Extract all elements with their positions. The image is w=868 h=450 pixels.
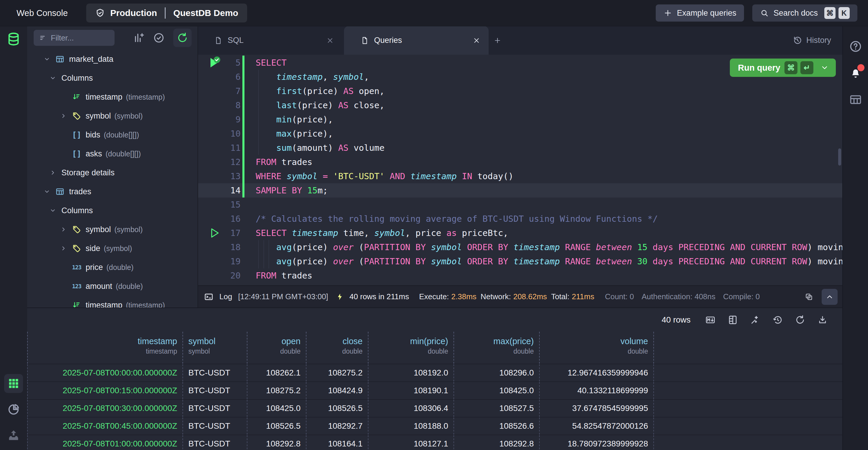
tree-item-timestamp[interactable]: timestamp(timestamp) <box>27 87 197 107</box>
code-line-8[interactable]: 8 last(price) AS close, <box>197 98 843 112</box>
code-line-16[interactable]: 16/* Calculates the rolling moving avera… <box>197 212 843 226</box>
cell-min-price-[interactable]: 108190.1 <box>368 382 454 399</box>
cell-max-price-[interactable]: 108425.0 <box>454 382 540 399</box>
tree-item-symbol[interactable]: symbol(symbol) <box>27 107 197 125</box>
code-line-13[interactable]: 13WHERE symbol = 'BTC-USDT' AND timestam… <box>197 169 843 183</box>
cell-timestamp[interactable]: 2025-07-08T00:30:00.000000Z <box>27 400 183 417</box>
code-line-12[interactable]: 12FROM trades <box>197 155 843 169</box>
tree-item-asks[interactable]: []asks(double[][]) <box>27 144 197 163</box>
cell-min-price-[interactable]: 108306.4 <box>368 400 454 417</box>
cell-open[interactable]: 108292.8 <box>247 435 306 450</box>
chevron-right-icon[interactable] <box>60 225 72 234</box>
cell-close[interactable]: 108526.5 <box>306 400 368 417</box>
cell-min-price-[interactable]: 108188.0 <box>368 418 454 434</box>
close-tab-icon[interactable] <box>326 37 334 44</box>
table-row[interactable]: 2025-07-08T00:30:00.000000ZBTC-USDT10842… <box>27 400 843 418</box>
tree-item-side[interactable]: side(symbol) <box>27 239 197 258</box>
tree-item-amount[interactable]: 123amount(double) <box>27 277 197 296</box>
cell-volume[interactable]: 54.82547872000126 <box>540 418 654 434</box>
cell-close[interactable]: 108164.1 <box>306 435 368 450</box>
table-row[interactable]: 2025-07-08T00:15:00.000000ZBTC-USDT10827… <box>27 382 843 400</box>
check-circle-button[interactable] <box>153 32 164 44</box>
code-line-15[interactable]: 15 <box>197 197 843 212</box>
code-line-19[interactable]: 19 avg(price) over (PARTITION BY symbol … <box>197 254 843 269</box>
filter-input[interactable]: Filter... <box>34 30 115 46</box>
chart-wizard-button[interactable] <box>750 315 760 325</box>
cell-symbol[interactable]: BTC-USDT <box>183 364 247 382</box>
chevron-right-icon[interactable] <box>60 244 72 253</box>
chevron-down-icon[interactable] <box>44 187 56 196</box>
column-header-symbol[interactable]: symbolsymbol <box>183 332 247 364</box>
tree-item-trades[interactable]: trades <box>27 182 197 201</box>
cell-open[interactable]: 108526.5 <box>247 418 306 434</box>
code-line-14[interactable]: 14SAMPLE BY 15m; <box>197 183 843 197</box>
code-area[interactable]: 5SELECT6 timestamp, symbol,7 first(price… <box>197 55 843 285</box>
column-header-open[interactable]: opendouble <box>247 332 306 364</box>
cell-timestamp[interactable]: 2025-07-08T00:15:00.000000Z <box>27 382 183 399</box>
collapse-up-button[interactable] <box>822 289 838 305</box>
cell-min-price-[interactable]: 108127.1 <box>368 435 454 450</box>
table-row[interactable]: 2025-07-08T00:45:00.000000ZBTC-USDT10852… <box>27 418 843 435</box>
new-tab-button[interactable] <box>489 26 506 55</box>
code-line-9[interactable]: 9 min(price), <box>197 112 843 126</box>
play-icon[interactable] <box>208 226 221 240</box>
cell-open[interactable]: 108262.1 <box>247 364 306 382</box>
cell-symbol[interactable]: BTC-USDT <box>183 400 247 417</box>
cell-symbol[interactable]: BTC-USDT <box>183 435 247 450</box>
table-row[interactable]: 2025-07-08T00:00:00.000000ZBTC-USDT10826… <box>27 364 843 382</box>
cell-max-price-[interactable]: 108526.6 <box>454 418 540 434</box>
chevron-down-icon[interactable] <box>50 74 61 83</box>
rail-item-notifications[interactable] <box>849 66 862 80</box>
column-header-min-price-[interactable]: min(price)double <box>368 332 454 364</box>
cell-symbol[interactable]: BTC-USDT <box>183 382 247 399</box>
cell-max-price-[interactable]: 108292.8 <box>454 435 540 450</box>
chevron-right-icon[interactable] <box>60 111 72 120</box>
code-line-7[interactable]: 7 first(price) AS open, <box>197 84 843 98</box>
history-button[interactable]: History <box>793 26 843 55</box>
cell-max-price-[interactable]: 108527.5 <box>454 400 540 417</box>
tree-item-symbol[interactable]: symbol(symbol) <box>27 220 197 239</box>
cell-volume[interactable]: 37.67478545999995 <box>540 400 654 417</box>
restore-button[interactable] <box>773 315 783 325</box>
chevron-down-icon[interactable] <box>50 206 61 215</box>
tab-sql[interactable]: SQL <box>197 26 342 55</box>
code-line-11[interactable]: 11 sum(amount) AS volume <box>197 141 843 155</box>
cell-timestamp[interactable]: 2025-07-08T00:00:00.000000Z <box>27 364 183 382</box>
refresh-button[interactable] <box>795 315 805 325</box>
editor-scrollbar[interactable] <box>838 148 841 166</box>
column-header-max-price-[interactable]: max(price)double <box>454 332 540 364</box>
cell-timestamp[interactable]: 2025-07-08T01:00:00.000000Z <box>27 435 183 450</box>
cell-max-price-[interactable]: 108296.0 <box>454 364 540 382</box>
rail-item-grid-view[interactable] <box>4 374 23 393</box>
copy-button[interactable] <box>801 289 817 305</box>
cell-volume[interactable]: 12.967416359999946 <box>540 364 654 382</box>
search-docs-button[interactable]: Search docs ⌘K <box>752 4 857 22</box>
cell-close[interactable]: 108292.7 <box>306 418 368 434</box>
chevron-down-icon[interactable] <box>820 63 829 72</box>
cell-open[interactable]: 108425.0 <box>247 400 306 417</box>
instance-badge[interactable]: Production QuestDB Demo <box>86 4 247 23</box>
rail-item-database-logo[interactable] <box>4 30 23 49</box>
refresh-button[interactable] <box>173 29 192 47</box>
code-line-20[interactable]: 20FROM trades <box>197 269 843 283</box>
tree-item-storage-details[interactable]: Storage details <box>27 163 197 182</box>
column-header-volume[interactable]: volumedouble <box>540 332 654 364</box>
chevron-right-icon[interactable] <box>50 168 61 177</box>
tree-item-bids[interactable]: []bids(double[][]) <box>27 125 197 144</box>
play-success-icon[interactable] <box>208 56 221 69</box>
code-line-18[interactable]: 18 avg(price) over (PARTITION BY symbol … <box>197 240 843 254</box>
table-row[interactable]: 2025-07-08T01:00:00.000000ZBTC-USDT10829… <box>27 435 843 450</box>
cell-min-price-[interactable]: 108192.0 <box>368 364 454 382</box>
cell-open[interactable]: 108275.2 <box>247 382 306 399</box>
markdown-export-button[interactable] <box>705 315 715 325</box>
tree-item-columns[interactable]: Columns <box>27 201 197 220</box>
cell-timestamp[interactable]: 2025-07-08T00:45:00.000000Z <box>27 418 183 434</box>
download-button[interactable] <box>817 315 828 325</box>
tree-item-price[interactable]: 123price(double) <box>27 258 197 277</box>
cell-close[interactable]: 108275.2 <box>306 364 368 382</box>
rail-item-panels[interactable] <box>849 93 862 106</box>
add-metrics-button[interactable] <box>133 32 144 44</box>
column-header-timestamp[interactable]: timestamptimestamp <box>27 332 183 364</box>
layout-button[interactable] <box>728 315 738 325</box>
tab-queries[interactable]: Queries <box>344 26 489 55</box>
